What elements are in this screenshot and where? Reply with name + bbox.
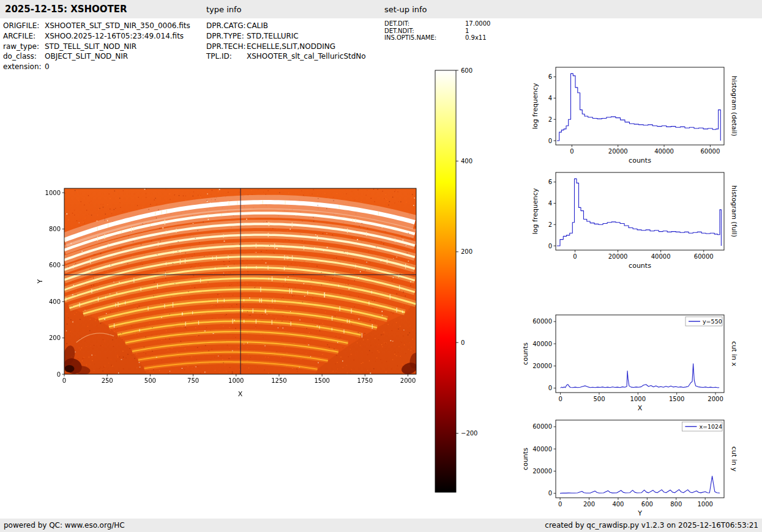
- svg-text:600: 600: [461, 67, 473, 74]
- svg-text:2: 2: [548, 116, 552, 123]
- svg-text:750: 750: [187, 377, 199, 384]
- svg-text:60000: 60000: [532, 318, 552, 325]
- page-title: 2025-12-15: XSHOOTER: [5, 4, 127, 15]
- svg-text:0: 0: [62, 377, 66, 384]
- svg-text:6: 6: [548, 179, 552, 185]
- footer-right-text: created by qc_rawdisp.py v1.2.3 on 2025-…: [545, 521, 758, 530]
- svg-text:400: 400: [49, 298, 61, 305]
- svg-text:0: 0: [548, 243, 552, 249]
- svg-text:log frequency: log frequency: [531, 188, 539, 234]
- meta-value: OBJECT_SLIT_NOD_NIR: [45, 52, 128, 61]
- svg-text:1500: 1500: [314, 377, 329, 384]
- meta-value: ECHELLE,SLIT,NODDING: [247, 42, 335, 51]
- svg-text:1500: 1500: [669, 396, 684, 402]
- svg-text:cut in y: cut in y: [730, 446, 738, 471]
- meta-value: XSHOOTER_SLT_STD_NIR_350_0006.fits: [45, 21, 190, 30]
- svg-text:0: 0: [548, 138, 552, 144]
- svg-text:20000: 20000: [608, 148, 628, 155]
- histogram-full-svg: 02000040000600000246countslog frequencyh…: [523, 163, 751, 277]
- setup-info-block: DET.DIT:17.0000DET.NDIT:1INS.OPTI5.NAME:…: [384, 20, 490, 42]
- svg-text:20000: 20000: [532, 468, 552, 475]
- svg-text:0: 0: [461, 339, 465, 346]
- histogram-detail-svg: 02000040000600000246countslog frequencyh…: [523, 58, 751, 172]
- file-info-block: ORIGFILE:XSHOOTER_SLT_STD_NIR_350_0006.f…: [3, 21, 190, 72]
- svg-text:X: X: [238, 390, 243, 398]
- meta-row: DPR.TECH:ECHELLE,SLIT,NODDING: [206, 42, 366, 52]
- svg-text:0: 0: [548, 490, 552, 497]
- svg-text:1250: 1250: [271, 377, 286, 384]
- cut-in-x-plot: 05001000150020000200004000060000Xcountsc…: [523, 306, 751, 417]
- cut-in-x-svg: 05001000150020000200004000060000Xcountsc…: [523, 306, 751, 417]
- svg-text:400: 400: [461, 158, 473, 164]
- svg-text:counts: counts: [523, 448, 529, 470]
- svg-text:400: 400: [612, 501, 624, 508]
- meta-label: DET.NDIT:: [384, 28, 465, 35]
- meta-label: ORIGFILE:: [3, 21, 45, 31]
- meta-label: do_class:: [3, 51, 45, 62]
- svg-text:800: 800: [49, 226, 61, 232]
- svg-text:1000: 1000: [697, 501, 712, 508]
- meta-row: INS.OPTI5.NAME:0.9x11: [384, 34, 490, 42]
- meta-label: DPR.TYPE:: [206, 31, 247, 42]
- setup-info-heading: set-up info: [384, 5, 427, 14]
- svg-text:1000: 1000: [228, 377, 244, 384]
- meta-value: 0.9x11: [465, 34, 487, 41]
- svg-text:4: 4: [548, 200, 552, 207]
- meta-value: 0: [45, 62, 50, 71]
- svg-text:Y: Y: [637, 509, 642, 517]
- svg-text:0: 0: [57, 371, 61, 378]
- svg-text:0: 0: [558, 501, 562, 508]
- histogram-full-plot: 02000040000600000246countslog frequencyh…: [523, 163, 751, 277]
- meta-row: DPR.TYPE:STD,TELLURIC: [206, 31, 366, 42]
- svg-text:2: 2: [548, 221, 552, 228]
- qc-report-page: 2025-12-15: XSHOOTER type info set-up in…: [0, 0, 762, 532]
- svg-text:counts: counts: [629, 262, 651, 270]
- cut-in-y-svg: 020040060080010000200004000060000Ycounts…: [523, 411, 751, 522]
- svg-text:2000: 2000: [400, 377, 416, 384]
- svg-text:Y: Y: [37, 279, 44, 284]
- meta-value: XSHOOTER_slt_cal_TelluricStdNo: [247, 52, 366, 61]
- svg-text:60000: 60000: [700, 148, 720, 155]
- svg-text:60000: 60000: [694, 253, 714, 260]
- meta-row: DET.DIT:17.0000: [384, 20, 490, 28]
- svg-text:40000: 40000: [532, 446, 552, 453]
- meta-row: ORIGFILE:XSHOOTER_SLT_STD_NIR_350_0006.f…: [3, 21, 190, 31]
- svg-text:−200: −200: [461, 430, 477, 437]
- meta-label: TPL.ID:: [206, 51, 247, 62]
- svg-text:counts: counts: [523, 342, 529, 365]
- svg-text:histogram (detail): histogram (detail): [730, 76, 738, 136]
- svg-text:800: 800: [670, 501, 682, 508]
- cut-in-y-plot: 020040060080010000200004000060000Ycounts…: [523, 411, 751, 522]
- svg-text:histogram (full): histogram (full): [730, 185, 738, 237]
- svg-text:40000: 40000: [532, 341, 552, 347]
- meta-value: XSHOO.2025-12-16T05:23:49.014.fits: [45, 32, 184, 40]
- meta-label: extension:: [3, 62, 45, 72]
- svg-text:1000: 1000: [45, 190, 61, 196]
- meta-label: INS.OPTI5.NAME:: [384, 34, 465, 42]
- meta-row: DET.NDIT:1: [384, 28, 490, 35]
- colorbar-svg: 6004002000−200: [431, 66, 493, 501]
- svg-text:500: 500: [593, 396, 605, 402]
- meta-value: STD,TELLURIC: [247, 32, 299, 40]
- svg-text:1000: 1000: [630, 396, 646, 402]
- svg-text:0: 0: [570, 148, 573, 155]
- meta-label: DPR.CATG:: [206, 21, 247, 31]
- type-info-block: DPR.CATG:CALIBDPR.TYPE:STD,TELLURICDPR.T…: [206, 21, 366, 62]
- svg-text:200: 200: [461, 248, 473, 255]
- svg-text:40000: 40000: [654, 148, 674, 155]
- svg-text:0: 0: [573, 253, 577, 260]
- meta-value: CALIB: [247, 21, 268, 30]
- svg-text:0: 0: [548, 385, 552, 391]
- svg-text:250: 250: [102, 377, 113, 384]
- svg-text:40000: 40000: [651, 253, 671, 260]
- meta-label: DET.DIT:: [384, 20, 465, 28]
- svg-text:0: 0: [558, 396, 562, 402]
- colorbar: 6004002000−200: [431, 66, 493, 501]
- svg-text:6: 6: [548, 73, 552, 80]
- meta-label: raw_type:: [3, 42, 45, 52]
- svg-text:y=550: y=550: [703, 318, 722, 325]
- svg-text:2000: 2000: [708, 396, 723, 402]
- meta-label: ARCFILE:: [3, 31, 45, 42]
- meta-row: raw_type:STD_TELL_SLIT_NOD_NIR: [3, 42, 190, 52]
- svg-text:600: 600: [49, 262, 61, 268]
